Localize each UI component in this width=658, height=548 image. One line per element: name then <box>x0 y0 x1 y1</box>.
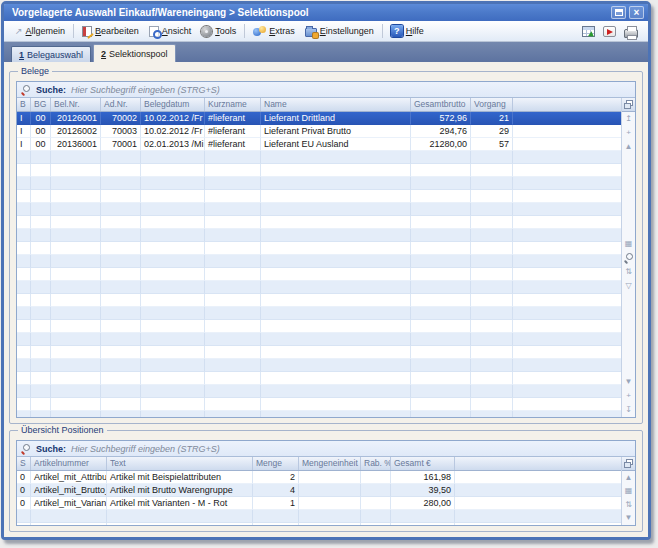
positionen-search-bar[interactable]: Suche: Hier Suchbegriff eingeben (STRG+S… <box>17 441 635 457</box>
table-cell <box>101 216 141 229</box>
table-cell <box>141 268 205 281</box>
table-row[interactable]: 0Artikel_mit_AttributenArtikel mit Beisp… <box>17 471 621 484</box>
table-cell <box>471 203 513 216</box>
table-row[interactable]: I00201260017000210.02.2012 /Fr#lieferant… <box>17 112 621 125</box>
sort-icon[interactable]: ⇅ <box>623 499 635 511</box>
table-cell <box>51 411 101 417</box>
table-cell <box>205 203 261 216</box>
table-row-empty[interactable] <box>17 255 621 268</box>
menu-item-hilfe[interactable]: Hilfe <box>386 23 429 39</box>
table-cell: I <box>17 112 31 125</box>
close-button[interactable]: × <box>629 6 644 19</box>
menu-item-bearbeiten[interactable]: Bearbeiten <box>77 24 144 39</box>
table-row-empty[interactable] <box>17 523 621 525</box>
column-header[interactable]: Bel.Nr. <box>51 98 101 111</box>
sort-icon[interactable]: ⇅ <box>623 266 635 278</box>
table-cell: 00 <box>31 112 51 125</box>
scroll-up-icon[interactable]: ▲ <box>623 141 635 153</box>
group-belege: Belege Suche: Hier Suchbegriff eingeben … <box>9 71 643 424</box>
table-row-empty[interactable] <box>17 320 621 333</box>
row-insert-icon[interactable]: + <box>623 127 635 139</box>
table-row[interactable]: I00201260027000310.02.2012 /Fr#lieferant… <box>17 125 621 138</box>
toolbar-export-grid-icon[interactable] <box>582 26 595 37</box>
search-placeholder: Hier Suchbegriff eingeben (STRG+S) <box>71 444 220 454</box>
menu-item-ansicht[interactable]: Ansicht <box>144 24 197 39</box>
table-row[interactable]: 0Artikel_mit_Brutto_W(Artikel mit Brutto… <box>17 484 621 497</box>
table-cell: 0 <box>17 484 31 497</box>
table-row-empty[interactable] <box>17 177 621 190</box>
search-small-icon[interactable] <box>623 252 635 264</box>
table-row[interactable]: 0Artikel_mit_Varianten.Artikel mit Varia… <box>17 497 621 510</box>
grid-view-icon[interactable]: ▦ <box>623 486 635 498</box>
column-header[interactable]: Ad.Nr. <box>101 98 141 111</box>
column-header[interactable]: Belegdatum <box>141 98 205 111</box>
column-header[interactable]: S <box>17 457 31 470</box>
table-row-empty[interactable] <box>17 190 621 203</box>
column-header[interactable]: Gesamtbrutto <box>411 98 471 111</box>
row-insert-icon[interactable]: + <box>623 390 635 402</box>
column-header[interactable]: Name <box>261 98 411 111</box>
scroll-down-icon[interactable]: ▼ <box>623 376 635 388</box>
group-positionen: Übersicht Positionen Suche: Hier Suchbeg… <box>9 430 643 532</box>
column-header[interactable]: Mengeneinheit <box>299 457 361 470</box>
column-chooser-icon[interactable] <box>623 99 635 111</box>
scroll-down-icon[interactable]: ▼ <box>623 513 635 525</box>
table-row-empty[interactable] <box>17 229 621 242</box>
menu-item-extras[interactable]: Extras <box>248 24 300 39</box>
table-row-empty[interactable] <box>17 411 621 417</box>
table-row-empty[interactable] <box>17 294 621 307</box>
table-row-empty[interactable] <box>17 333 621 346</box>
grid-view-icon[interactable]: ▦ <box>623 238 635 250</box>
table-row-empty[interactable] <box>17 307 621 320</box>
menu-item-tools[interactable]: Tools <box>196 24 241 39</box>
menu-item-allgemein[interactable]: ↗Allgemein <box>10 24 70 38</box>
menu-item-einstellungen[interactable]: Einstellungen <box>300 24 379 39</box>
menu-item-label: Tools <box>215 26 236 36</box>
table-cell: #lieferant <box>205 138 261 151</box>
table-row-empty[interactable] <box>17 372 621 385</box>
column-header[interactable]: BG <box>31 98 51 111</box>
search-label: Suche: <box>36 444 66 454</box>
column-header[interactable]: Gesamt € <box>391 457 455 470</box>
belege-search-bar[interactable]: Suche: Hier Suchbegriff eingeben (STRG+S… <box>17 82 635 98</box>
table-row-empty[interactable] <box>17 216 621 229</box>
table-cell <box>101 333 141 346</box>
table-cell <box>261 151 411 164</box>
table-row-empty[interactable] <box>17 385 621 398</box>
table-row-empty[interactable] <box>17 203 621 216</box>
column-header[interactable]: Menge <box>253 457 299 470</box>
table-row-empty[interactable] <box>17 510 621 523</box>
table-row-empty[interactable] <box>17 268 621 281</box>
table-row-empty[interactable] <box>17 281 621 294</box>
filter-icon[interactable]: ▽ <box>623 280 635 292</box>
column-chooser-icon[interactable] <box>623 458 635 470</box>
table-row[interactable]: I00201360017000102.01.2013 /Mi#lieferant… <box>17 138 621 151</box>
table-cell <box>205 359 261 372</box>
table-cell <box>261 242 411 255</box>
table-cell-filler <box>513 112 621 125</box>
table-row-empty[interactable] <box>17 164 621 177</box>
column-header[interactable]: Artikelnummer <box>31 457 107 470</box>
tab-belegauswahl[interactable]: 1Belegauswahl <box>11 46 91 62</box>
column-header[interactable]: Kurzname <box>205 98 261 111</box>
scroll-bottom-icon[interactable]: ↧ <box>623 404 635 416</box>
column-header[interactable]: Text <box>107 457 253 470</box>
table-row-empty[interactable] <box>17 346 621 359</box>
toolbar-print-icon[interactable] <box>624 29 638 38</box>
tab-selektionspool[interactable]: 2Selektionspool <box>93 44 176 62</box>
toolbar-exit-icon[interactable] <box>603 26 616 37</box>
table-row-empty[interactable] <box>17 398 621 411</box>
scroll-up-icon[interactable]: ▲ <box>623 472 635 484</box>
table-cell <box>361 510 391 523</box>
column-header[interactable]: Vorgang <box>471 98 513 111</box>
table-row-empty[interactable] <box>17 359 621 372</box>
table-cell <box>411 281 471 294</box>
table-row-empty[interactable] <box>17 151 621 164</box>
table-cell <box>261 203 411 216</box>
column-header[interactable]: Rab. % <box>361 457 391 470</box>
table-cell <box>411 203 471 216</box>
table-row-empty[interactable] <box>17 242 621 255</box>
column-header[interactable]: B <box>17 98 31 111</box>
scroll-top-icon[interactable]: ↥ <box>623 113 635 125</box>
restore-button[interactable] <box>611 6 626 19</box>
